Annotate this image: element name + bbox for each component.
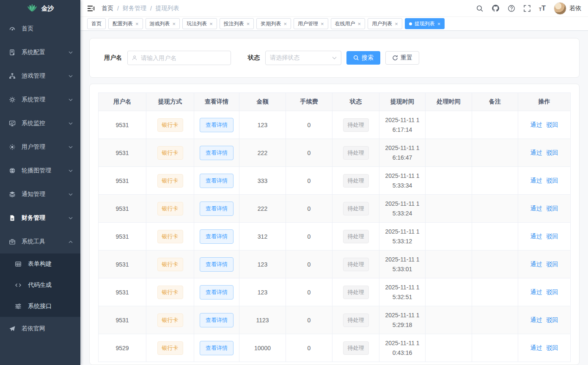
sidebar-item-form-builder[interactable]: 表单构建 xyxy=(0,253,80,275)
help-icon[interactable] xyxy=(508,5,515,12)
cell-fee: 0 xyxy=(308,177,311,184)
user-avatar[interactable] xyxy=(554,2,566,15)
tab[interactable]: 奖期列表 × xyxy=(256,18,291,29)
column-header: 金额 xyxy=(239,93,286,111)
approve-link[interactable]: 通过 xyxy=(530,233,542,240)
cell-fee: 0 xyxy=(308,289,311,296)
font-size-icon[interactable]: TT xyxy=(539,5,546,12)
sidebar-item-label: 系统工具 xyxy=(22,238,45,245)
sidebar-item-tools[interactable]: 系统工具 xyxy=(0,230,80,253)
cell-username: 9531 xyxy=(115,205,129,212)
view-detail-button[interactable]: 查看详情 xyxy=(200,313,234,327)
reject-link[interactable]: 驳回 xyxy=(547,233,558,240)
reject-link[interactable]: 驳回 xyxy=(547,149,558,156)
sidebar-item-config[interactable]: 系统配置 xyxy=(0,41,80,64)
user-menu[interactable]: 若依 xyxy=(554,2,581,15)
tab-close-icon[interactable]: × xyxy=(358,21,361,27)
tab-label: 提现列表 xyxy=(415,20,435,27)
sidebar-item-api[interactable]: 系统接口 xyxy=(0,296,80,317)
reject-link[interactable]: 驳回 xyxy=(547,177,558,184)
tab[interactable]: 首页 xyxy=(87,18,106,29)
status-select[interactable]: 请选择状态 xyxy=(265,51,341,65)
reject-link[interactable]: 驳回 xyxy=(547,261,558,267)
tab-close-icon[interactable]: × xyxy=(283,21,287,27)
sidebar-item-notice[interactable]: 通知管理 xyxy=(0,182,80,206)
withdraw-method-tag: 银行卡 xyxy=(157,313,183,327)
tab[interactable]: 用户列表 × xyxy=(368,18,402,29)
breadcrumb-item[interactable]: 财务管理 xyxy=(123,5,146,12)
cell-username: 9531 xyxy=(115,289,129,296)
approve-link[interactable]: 通过 xyxy=(530,289,542,295)
username-label: 用户名 xyxy=(104,54,122,62)
sidebar-item-code-gen[interactable]: 代码生成 xyxy=(0,275,80,296)
sidebar-item-monitor[interactable]: 系统监控 xyxy=(0,112,80,135)
cell-amount: 123 xyxy=(258,289,267,296)
approve-link[interactable]: 通过 xyxy=(530,316,542,323)
approve-link[interactable]: 通过 xyxy=(530,261,542,267)
sidebar-item-official-site[interactable]: 若依官网 xyxy=(0,317,80,340)
table-row: 9531 银行卡 查看详情 123 0 待处理 2025-11-11 15:33… xyxy=(99,251,571,278)
tab-label: 奖期列表 xyxy=(261,20,281,27)
search-button[interactable]: 搜索 xyxy=(346,51,380,65)
withdraw-method-tag: 银行卡 xyxy=(157,118,183,132)
sidebar-item-home[interactable]: 首页 xyxy=(0,17,80,41)
tab-close-icon[interactable]: × xyxy=(209,21,213,27)
tab[interactable]: 玩法列表 × xyxy=(182,18,217,29)
game-icon xyxy=(8,72,16,80)
view-detail-button[interactable]: 查看详情 xyxy=(200,118,234,132)
tab[interactable]: 用户管理 × xyxy=(294,18,328,29)
tab-close-icon[interactable]: × xyxy=(247,21,250,27)
view-detail-button[interactable]: 查看详情 xyxy=(200,341,234,355)
reject-link[interactable]: 驳回 xyxy=(547,289,558,295)
status-tag: 待处理 xyxy=(343,341,369,355)
approve-link[interactable]: 通过 xyxy=(530,121,542,128)
fullscreen-icon[interactable] xyxy=(523,5,531,12)
tab-close-icon[interactable]: × xyxy=(437,21,441,27)
form-grid-icon xyxy=(14,260,22,268)
tab-close-icon[interactable]: × xyxy=(395,21,398,27)
api-sliders-icon xyxy=(14,302,22,310)
reject-link[interactable]: 驳回 xyxy=(547,121,558,128)
view-detail-button[interactable]: 查看详情 xyxy=(200,229,234,244)
sidebar-item-users[interactable]: 用户管理 xyxy=(0,135,80,159)
tab-label: 游戏列表 xyxy=(150,20,170,27)
tab-close-icon[interactable]: × xyxy=(173,21,176,27)
active-tab-dot xyxy=(409,22,412,25)
view-detail-button[interactable]: 查看详情 xyxy=(200,146,234,160)
reset-button[interactable]: 重置 xyxy=(385,51,419,65)
reject-link[interactable]: 驳回 xyxy=(547,344,558,351)
chevron-down-icon xyxy=(69,122,73,125)
sidebar-item-carousel[interactable]: 轮播图管理 xyxy=(0,159,80,182)
tab[interactable]: 投注列表 × xyxy=(220,18,254,29)
table-row: 9529 银行卡 查看详情 10000 0 待处理 2025-11-11 10:… xyxy=(99,334,571,362)
sidebar-item-label: 系统监控 xyxy=(22,120,45,127)
approve-link[interactable]: 通过 xyxy=(530,177,542,184)
approve-link[interactable]: 通过 xyxy=(530,149,542,156)
status-tag: 待处理 xyxy=(343,313,369,327)
sidebar-item-label: 通知管理 xyxy=(22,191,45,198)
view-detail-button[interactable]: 查看详情 xyxy=(200,202,234,216)
view-detail-button[interactable]: 查看详情 xyxy=(200,257,234,272)
reject-link[interactable]: 驳回 xyxy=(547,316,558,323)
sidebar-item-finance[interactable]: 财务管理 xyxy=(0,206,80,230)
github-icon[interactable] xyxy=(492,4,500,12)
approve-link[interactable]: 通过 xyxy=(530,205,542,212)
view-detail-button[interactable]: 查看详情 xyxy=(200,285,234,300)
reject-link[interactable]: 驳回 xyxy=(547,205,558,212)
tab[interactable]: 配置列表 × xyxy=(108,18,143,29)
logo-text: 金沙 xyxy=(41,5,54,13)
view-detail-button[interactable]: 查看详情 xyxy=(200,174,234,188)
search-icon[interactable] xyxy=(476,5,484,12)
sidebar-item-game[interactable]: 游戏管理 xyxy=(0,64,80,88)
approve-link[interactable]: 通过 xyxy=(530,344,542,351)
tab-close-icon[interactable]: × xyxy=(321,21,324,27)
breadcrumb-item[interactable]: 首页 xyxy=(102,5,113,12)
username-input[interactable] xyxy=(127,51,231,65)
app-logo[interactable]: 金沙 xyxy=(0,0,80,17)
tab-close-icon[interactable]: × xyxy=(135,21,139,27)
sidebar-item-system[interactable]: 系统管理 xyxy=(0,88,80,112)
tab[interactable]: 游戏列表 × xyxy=(146,18,180,29)
tab[interactable]: 提现列表 × xyxy=(405,18,445,29)
tab[interactable]: 在线用户 × xyxy=(331,18,365,29)
sidebar-toggle-icon[interactable] xyxy=(87,5,95,12)
